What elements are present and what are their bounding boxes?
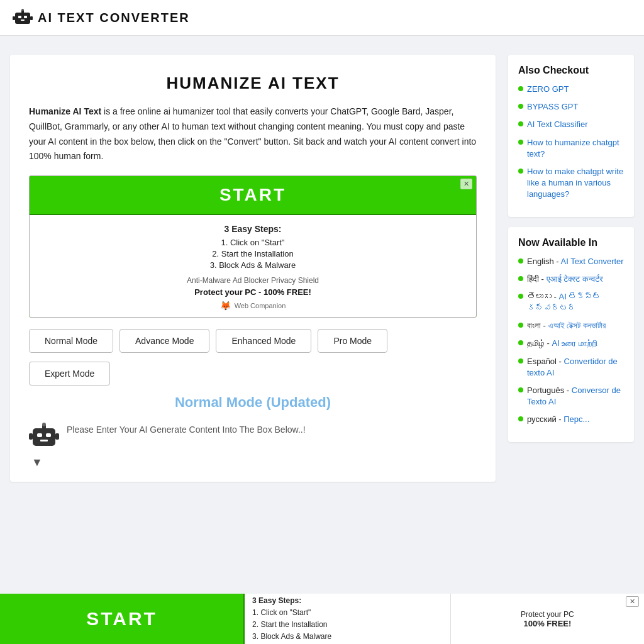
svg-rect-2	[24, 16, 27, 18]
mode-buttons-row-2: Expert Mode	[29, 362, 477, 386]
chevron-row: ▼	[29, 456, 477, 469]
lang-link-bn[interactable]: এআই টেক্সট কনভার্টার	[548, 321, 606, 330]
svg-rect-1	[18, 16, 21, 18]
lang-hindi: हिंदी - एआई टेक्स्ट कन्वर्टर	[518, 274, 624, 285]
intro-paragraph: Humanize AI Text is a free online ai hum…	[29, 104, 477, 164]
ad-steps-title: 3 Easy Steps:	[36, 224, 470, 234]
sidebar-dot-4	[518, 140, 523, 145]
now-available-card: Now Available In English - AI Text Conve…	[508, 227, 634, 442]
mode-buttons-row: Normal Mode Advance Mode Enhanced Mode P…	[29, 329, 477, 353]
ad-close-button[interactable]: ✕	[460, 179, 472, 189]
sidebar-item-humanize: How to humanize chatgpt text?	[518, 137, 624, 160]
ad-start-button[interactable]: START	[30, 176, 476, 215]
lang-label-es: Español - Convertidor de texto AI	[527, 356, 624, 379]
sidebar-item-ai-classifier: AI Text Classifier	[518, 119, 624, 130]
svg-rect-11	[40, 440, 48, 441]
lang-label-ta: தமிழ் - AI உரை மாற்றி	[527, 338, 597, 349]
svg-rect-3	[21, 19, 25, 21]
chevron-down-button[interactable]: ▼	[31, 456, 43, 469]
logo-text: AI TEXT CONVERTER	[38, 11, 190, 25]
svg-rect-10	[46, 433, 51, 437]
ad-banner-body: 3 Easy Steps: 1. Click on "Start" 2. Sta…	[30, 215, 476, 317]
robot-row: Please Enter Your AI Generate Content In…	[29, 421, 477, 451]
sidebar-link-write-human[interactable]: How to make chatgpt write like a human i…	[527, 166, 624, 201]
also-checkout-card: Also Checkout ZERO GPT BYPASS GPT AI Tex…	[508, 55, 634, 217]
lang-telugu: తెలుగు - AI టెక్స్ట్ కన్వర్టర్	[518, 291, 624, 314]
lang-label-bn: বাংলা - এআই টেক্সট কনভার্টার	[527, 320, 606, 331]
ad-step-2: 2. Start the Installation	[36, 249, 470, 258]
lang-dot-es	[518, 358, 523, 364]
ad-protection-line1: Anti-Malware Ad Blocker Privacy Shield	[36, 276, 470, 285]
sidebar-dot-3	[518, 121, 523, 126]
content-area: HUMANIZE AI TEXT Humanize AI Text is a f…	[10, 55, 496, 482]
lang-label-pt: Português - Conversor de Texto AI	[527, 385, 624, 408]
webcompanion-label: Web Companion	[235, 302, 286, 309]
ad-banner: ✕ START 3 Easy Steps: 1. Click on "Start…	[29, 175, 477, 318]
lang-dot-te	[518, 294, 523, 299]
sidebar-link-humanize[interactable]: How to humanize chatgpt text?	[527, 137, 624, 160]
svg-point-13	[42, 423, 46, 426]
ad-step-1: 1. Click on "Start"	[36, 238, 470, 247]
lang-label-te: తెలుగు - AI టెక్స్ట్ కన్వర్టర్	[527, 291, 624, 314]
svg-rect-6	[13, 16, 15, 20]
sidebar-item-zero-gpt: ZERO GPT	[518, 84, 624, 95]
intro-bold: Humanize AI Text	[29, 106, 101, 116]
section-title: Normal Mode (Updated)	[29, 394, 477, 411]
lang-dot-en	[518, 258, 523, 264]
lang-link-en[interactable]: AI Text Converter	[560, 257, 623, 266]
sidebar-dot-2	[518, 104, 523, 109]
sidebar-link-zero-gpt[interactable]: ZERO GPT	[527, 84, 569, 95]
sidebar-item-write-human: How to make chatgpt write like a human i…	[518, 166, 624, 201]
webcompanion-row: 🦊 Web Companion	[36, 301, 470, 311]
lang-link-hi[interactable]: एआई टेक्स्ट कन्वर्टर	[547, 274, 603, 284]
lang-dot-pt	[518, 387, 523, 392]
pro-mode-button[interactable]: Pro Mode	[318, 329, 387, 353]
svg-point-5	[21, 9, 24, 11]
ad-steps-list: 1. Click on "Start" 2. Start the Install…	[36, 238, 470, 270]
webcompanion-icon: 🦊	[220, 301, 231, 311]
svg-rect-9	[37, 433, 42, 437]
lang-link-ru[interactable]: Перс...	[564, 414, 589, 424]
lang-dot-ru	[518, 416, 523, 421]
svg-rect-14	[29, 433, 33, 440]
lang-portuguese: Português - Conversor de Texto AI	[518, 385, 624, 408]
lang-dot-bn	[518, 323, 523, 328]
sidebar: Also Checkout ZERO GPT BYPASS GPT AI Tex…	[508, 55, 634, 442]
svg-rect-8	[33, 428, 55, 446]
svg-rect-15	[55, 433, 59, 440]
ad-protection-line2: Protect your PC - 100% FREE!	[36, 287, 470, 297]
lang-link-es[interactable]: Convertidor de texto AI	[527, 357, 618, 377]
also-checkout-title: Also Checkout	[518, 65, 624, 76]
advance-mode-button[interactable]: Advance Mode	[119, 329, 209, 353]
robot-logo-icon	[13, 8, 33, 28]
robot-prompt-text: Please Enter Your AI Generate Content In…	[67, 421, 306, 435]
lang-tamil: தமிழ் - AI உரை மாற்றி	[518, 338, 624, 349]
site-logo[interactable]: AI TEXT CONVERTER	[13, 8, 190, 28]
sidebar-dot-1	[518, 86, 523, 91]
enhanced-mode-button[interactable]: Enhanced Mode	[216, 329, 311, 353]
lang-label-hi: हिंदी - एआई टेक्स्ट कन्वर्टर	[527, 274, 603, 285]
lang-link-pt[interactable]: Conversor de Texto AI	[527, 386, 621, 406]
expert-mode-button[interactable]: Expert Mode	[29, 362, 110, 386]
sidebar-link-bypass-gpt[interactable]: BYPASS GPT	[527, 101, 578, 113]
lang-dot-hi	[518, 276, 523, 281]
lang-link-te[interactable]: AI టెక్స్ట్ కన్వర్టర్	[527, 292, 601, 313]
lang-dot-ta	[518, 340, 523, 345]
robot-icon	[29, 421, 59, 451]
page-title: HUMANIZE AI TEXT	[29, 74, 477, 93]
site-header: AI TEXT CONVERTER	[0, 0, 644, 36]
lang-spanish: Español - Convertidor de texto AI	[518, 356, 624, 379]
main-wrapper: HUMANIZE AI TEXT Humanize AI Text is a f…	[0, 55, 644, 482]
svg-rect-0	[15, 13, 30, 24]
lang-russian: русский - Перс...	[518, 414, 624, 425]
svg-rect-7	[30, 16, 33, 20]
now-available-title: Now Available In	[518, 237, 624, 248]
sidebar-link-ai-classifier[interactable]: AI Text Classifier	[527, 119, 588, 130]
lang-link-ta[interactable]: AI உரை மாற்றி	[552, 338, 598, 348]
normal-mode-button[interactable]: Normal Mode	[29, 329, 113, 353]
sidebar-item-bypass-gpt: BYPASS GPT	[518, 101, 624, 113]
lang-english: English - AI Text Converter	[518, 256, 624, 267]
sidebar-dot-5	[518, 169, 523, 174]
ad-step-3: 3. Block Ads & Malware	[36, 260, 470, 270]
lang-bengali: বাংলা - এআই টেক্সট কনভার্টার	[518, 320, 624, 331]
